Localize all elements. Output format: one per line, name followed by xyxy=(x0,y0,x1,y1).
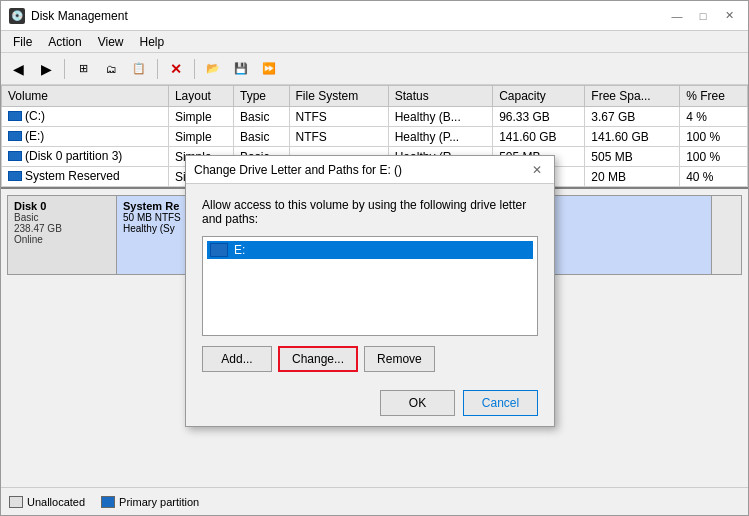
change-drive-letter-dialog: Change Drive Letter and Paths for E: () … xyxy=(185,155,555,427)
dialog-title-bar: Change Drive Letter and Paths for E: () … xyxy=(186,156,554,184)
drive-listbox-item[interactable]: E: xyxy=(207,241,533,259)
dialog-body: Allow access to this volume by using the… xyxy=(186,184,554,426)
dialog-close-button[interactable]: ✕ xyxy=(528,161,546,179)
add-button[interactable]: Add... xyxy=(202,346,272,372)
ok-button[interactable]: OK xyxy=(380,390,455,416)
remove-button[interactable]: Remove xyxy=(364,346,435,372)
drive-icon xyxy=(210,243,228,257)
dialog-overlay: Change Drive Letter and Paths for E: () … xyxy=(0,0,749,516)
cancel-button[interactable]: Cancel xyxy=(463,390,538,416)
dialog-action-buttons: Add... Change... Remove xyxy=(202,346,538,372)
dialog-footer-buttons: OK Cancel xyxy=(202,382,538,416)
dialog-description: Allow access to this volume by using the… xyxy=(202,198,538,226)
drive-letter: E: xyxy=(234,243,245,257)
change-button[interactable]: Change... xyxy=(278,346,358,372)
dialog-title: Change Drive Letter and Paths for E: () xyxy=(194,163,402,177)
dialog-listbox[interactable]: E: xyxy=(202,236,538,336)
